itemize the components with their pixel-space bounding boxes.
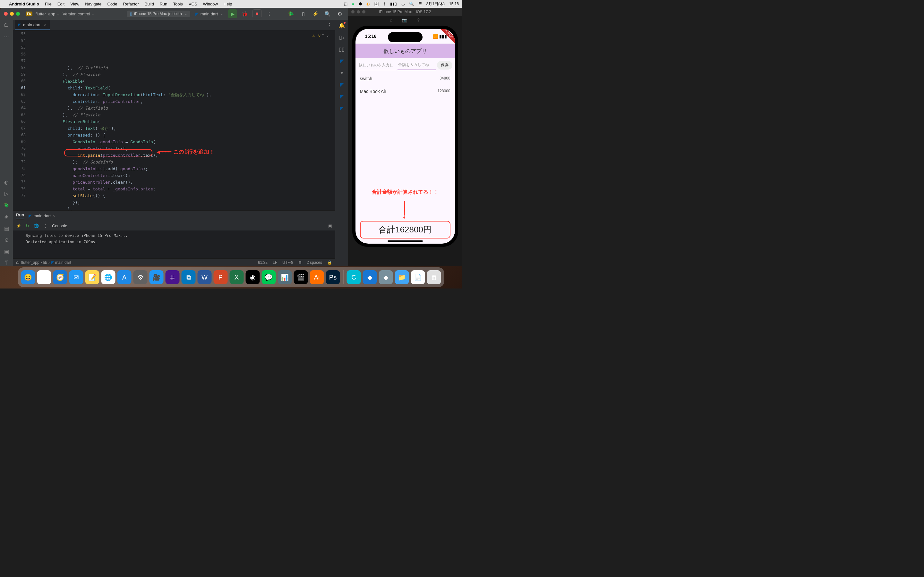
flash-icon[interactable]: ⚡ bbox=[311, 9, 320, 18]
sim-close[interactable] bbox=[351, 10, 355, 13]
wifi-icon[interactable]: ◡ bbox=[401, 2, 405, 6]
device-selector[interactable]: ▯ iPhone 15 Pro Max (mobile) ⌄ bbox=[127, 11, 190, 17]
menu-tools[interactable]: Tools bbox=[173, 2, 183, 6]
minimize-window[interactable] bbox=[10, 12, 14, 16]
close-window[interactable] bbox=[4, 12, 8, 16]
dock-app[interactable]: ◆ bbox=[379, 270, 393, 284]
editor-more-icon[interactable]: ⋮ bbox=[324, 20, 335, 30]
breadcrumbs[interactable]: 🗀flutter_app› lib› ◤main.dart bbox=[16, 260, 71, 265]
dock-app[interactable]: X bbox=[230, 270, 244, 284]
dock-app[interactable]: ⧉ bbox=[182, 270, 196, 284]
debug-tool-icon[interactable]: 🪲 bbox=[3, 202, 10, 208]
hot-reload-icon[interactable]: ⚡ bbox=[16, 223, 21, 228]
control-center-icon[interactable]: ☰ bbox=[418, 2, 422, 6]
problems-icon[interactable]: ⊘ bbox=[3, 237, 10, 243]
menu-file[interactable]: File bbox=[45, 2, 52, 6]
dock-app[interactable]: W bbox=[198, 270, 212, 284]
sim-zoom[interactable] bbox=[362, 10, 365, 13]
flutter-inspector-icon[interactable]: ◤ bbox=[340, 82, 344, 88]
menu-window[interactable]: Window bbox=[203, 2, 218, 6]
project-tool-icon[interactable]: 🗀 bbox=[3, 22, 10, 28]
menu-edit[interactable]: Edit bbox=[57, 2, 65, 6]
battery-icon[interactable]: ▮▮▯ bbox=[390, 2, 397, 6]
ai-icon[interactable]: ✦ bbox=[340, 70, 344, 76]
tab-main-dart[interactable]: ◤ main.dart ✕ bbox=[15, 20, 50, 30]
bluetooth-icon[interactable]: ᚼ bbox=[383, 2, 386, 6]
dock-app[interactable]: 🌐 bbox=[102, 270, 115, 284]
line-sep[interactable]: LF bbox=[273, 260, 277, 265]
settings-icon[interactable]: ⚙ bbox=[335, 9, 344, 18]
lock-icon[interactable]: 🔒 bbox=[327, 260, 332, 265]
encoding[interactable]: UTF-8 bbox=[282, 260, 293, 265]
dock-app[interactable]: 🗑 bbox=[427, 270, 441, 284]
dock-app[interactable]: ⋕ bbox=[166, 270, 180, 284]
readonly-icon[interactable]: ⊟ bbox=[298, 260, 302, 265]
dock-app[interactable]: 🎥 bbox=[150, 270, 164, 284]
time[interactable]: 15:16 bbox=[449, 2, 459, 6]
home-icon[interactable]: ⌂ bbox=[390, 18, 393, 23]
dock-app[interactable]: 📄 bbox=[411, 270, 425, 284]
menu-run[interactable]: Run bbox=[160, 2, 168, 6]
search-icon[interactable]: 🔍 bbox=[409, 2, 414, 6]
input-icon[interactable]: A bbox=[374, 2, 379, 6]
cursor-position[interactable]: 61:32 bbox=[258, 260, 268, 265]
dock-app[interactable]: 💬 bbox=[262, 270, 276, 284]
run-button[interactable]: ▶ bbox=[228, 9, 237, 18]
commit-icon[interactable]: ◐ bbox=[3, 179, 10, 185]
running-devices-icon[interactable]: ▯▯ bbox=[339, 46, 344, 52]
console-output[interactable]: Syncing files to device iPhone 15 Pro Ma… bbox=[13, 230, 335, 258]
dock-app[interactable]: P bbox=[214, 270, 228, 284]
screenshot-icon[interactable]: 📷 bbox=[402, 18, 407, 23]
dock-app[interactable]: 😀 bbox=[21, 270, 35, 284]
vcs-selector[interactable]: Version control ⌄ bbox=[63, 11, 94, 16]
notifications-icon[interactable]: 🔔 bbox=[338, 23, 345, 29]
hot-restart-icon[interactable]: ↻ bbox=[26, 223, 29, 228]
console-more-icon[interactable]: ⋮ bbox=[43, 223, 47, 228]
run-config-selector[interactable]: ◤ main.dart ⌄ bbox=[194, 11, 225, 16]
code-editor[interactable]: 5354555657585960616263646566676869707172… bbox=[13, 30, 335, 210]
dock-app[interactable]: C bbox=[347, 270, 361, 284]
debug-button[interactable]: 🐞 bbox=[240, 9, 249, 18]
tray-icon[interactable]: ◐ bbox=[367, 2, 370, 6]
bookmarks-icon[interactable]: ▤ bbox=[3, 225, 10, 231]
menu-navigate[interactable]: Navigate bbox=[85, 2, 102, 6]
dock-app[interactable]: 📁 bbox=[395, 270, 409, 284]
close-tab-icon[interactable]: ✕ bbox=[44, 23, 47, 27]
dock-app[interactable]: 🎬 bbox=[294, 270, 308, 284]
run-tab[interactable]: Run bbox=[16, 213, 24, 219]
menu-build[interactable]: Build bbox=[145, 2, 154, 6]
dock-app[interactable]: ◉ bbox=[246, 270, 260, 284]
menu-code[interactable]: Code bbox=[107, 2, 118, 6]
warning-badge[interactable]: ⚠ 8 ⌃ ⌄ bbox=[312, 32, 329, 39]
flutter-devtools-icon[interactable]: ◤ bbox=[340, 105, 344, 111]
indent[interactable]: 2 spaces bbox=[307, 260, 322, 265]
tray-icon[interactable]: ⬚ bbox=[344, 2, 347, 6]
dock-app[interactable]: Ai bbox=[310, 270, 324, 284]
device-manager-icon[interactable]: ▯ bbox=[299, 9, 308, 18]
flutter-perf-icon[interactable]: ◤ bbox=[340, 93, 344, 100]
dock-app[interactable]: 🧭 bbox=[53, 270, 67, 284]
save-button[interactable]: 保存 bbox=[437, 61, 452, 69]
structure-icon[interactable]: ◈ bbox=[3, 213, 10, 220]
search-icon[interactable]: 🔍 bbox=[323, 9, 332, 18]
terminal-icon[interactable]: ▣ bbox=[3, 248, 10, 255]
dock-app[interactable]: ▦ bbox=[37, 270, 51, 284]
dock-app[interactable]: 📊 bbox=[278, 270, 292, 284]
date[interactable]: 8月1日(木) bbox=[426, 1, 445, 7]
dock-app[interactable]: A bbox=[118, 270, 132, 284]
flutter-outline-icon[interactable]: ◤ bbox=[340, 58, 344, 64]
dock-app[interactable]: ✉ bbox=[69, 270, 83, 284]
app-menu[interactable]: Android Studio bbox=[9, 2, 39, 6]
vcs-icon[interactable]: ᛘ bbox=[3, 259, 10, 266]
menu-view[interactable]: View bbox=[70, 2, 79, 6]
more-button[interactable]: ⋮ bbox=[265, 9, 274, 18]
tray-icon[interactable]: ⬢ bbox=[359, 2, 362, 6]
menu-vcs[interactable]: VCS bbox=[189, 2, 197, 6]
price-input[interactable]: 金額を入力してね bbox=[397, 60, 436, 70]
layout-icon[interactable]: ▣ bbox=[328, 223, 332, 228]
tray-icon[interactable]: ● bbox=[352, 2, 354, 6]
zoom-window[interactable] bbox=[16, 12, 20, 16]
attach-debugger-icon[interactable]: 🪲 bbox=[286, 9, 296, 18]
device-manager-icon[interactable]: ▯₊ bbox=[339, 34, 344, 40]
menu-refactor[interactable]: Refactor bbox=[123, 2, 139, 6]
